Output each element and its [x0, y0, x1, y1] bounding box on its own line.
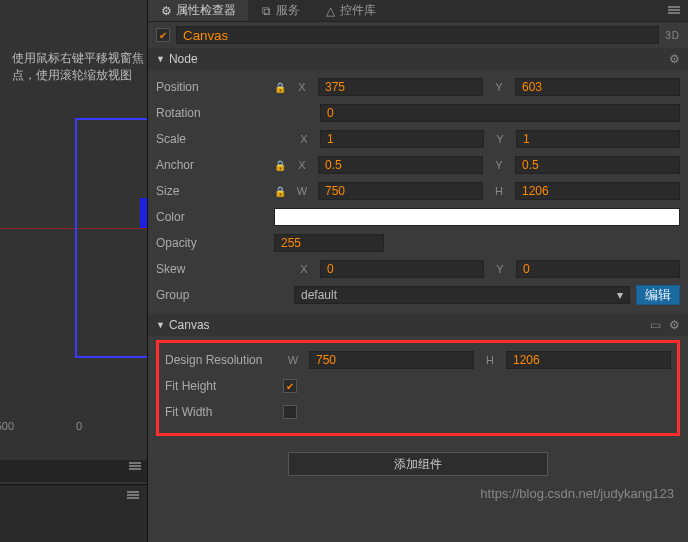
- row-anchor: Anchor 🔒 X Y: [156, 152, 680, 178]
- label-opacity: Opacity: [156, 236, 268, 250]
- row-fit-width: Fit Width: [165, 399, 671, 425]
- axis-label-x: X: [292, 159, 312, 171]
- node-section-body: Position 🔒 X Y Rotation Scale X Y: [148, 70, 688, 314]
- toggle-3d-button[interactable]: 3D: [665, 30, 680, 41]
- design-resolution-h-input[interactable]: [506, 351, 671, 369]
- size-w-input[interactable]: [318, 182, 483, 200]
- row-group: Group default ▾ 编辑: [156, 282, 680, 308]
- row-design-resolution: Design Resolution W H: [165, 347, 671, 373]
- lock-icon[interactable]: 🔒: [274, 82, 286, 93]
- skew-x-input[interactable]: [320, 260, 484, 278]
- gear-icon[interactable]: ⚙: [669, 318, 680, 332]
- label-color: Color: [156, 210, 268, 224]
- section-title: Node: [169, 52, 198, 66]
- group-edit-button[interactable]: 编辑: [636, 285, 680, 305]
- tab-label: 属性检查器: [176, 2, 236, 19]
- anchor-y-input[interactable]: [515, 156, 680, 174]
- label-skew: Skew: [156, 262, 268, 276]
- fit-width-checkbox[interactable]: [283, 405, 297, 419]
- lock-icon[interactable]: 🔒: [274, 160, 286, 171]
- inspector-panel: ⚙ 属性检查器 ⧉ 服务 △ 控件库 3D ▼ Node ⚙: [148, 0, 688, 542]
- tab-label: 服务: [276, 2, 300, 19]
- tab-library[interactable]: △ 控件库: [312, 0, 388, 21]
- axis-label-x: X: [292, 81, 312, 93]
- gear-icon: ⚙: [160, 5, 172, 17]
- gear-icon[interactable]: ⚙: [669, 52, 680, 66]
- viewport-footer: [0, 460, 147, 482]
- anchor-x-input[interactable]: [318, 156, 483, 174]
- label-design-resolution: Design Resolution: [165, 353, 277, 367]
- color-swatch[interactable]: [274, 208, 680, 226]
- section-header-node[interactable]: ▼ Node ⚙: [148, 48, 688, 70]
- tab-label: 控件库: [340, 2, 376, 19]
- tab-services[interactable]: ⧉ 服务: [248, 0, 312, 21]
- watermark-text: https://blog.csdn.net/judykang123: [148, 478, 688, 501]
- highlight-box: Design Resolution W H Fit Height Fit Wid…: [156, 340, 680, 436]
- add-component-button[interactable]: 添加组件: [288, 452, 548, 476]
- axis-label-w: W: [292, 185, 312, 197]
- node-header: 3D: [148, 22, 688, 48]
- inspector-tabs: ⚙ 属性检查器 ⧉ 服务 △ 控件库: [148, 0, 688, 22]
- section-title: Canvas: [169, 318, 210, 332]
- row-fit-height: Fit Height: [165, 373, 671, 399]
- axis-label-y: Y: [489, 159, 509, 171]
- section-header-canvas[interactable]: ▼ Canvas ▭ ⚙: [148, 314, 688, 336]
- group-select-value: default: [301, 288, 337, 302]
- bottom-panel: [0, 484, 147, 542]
- triangle-icon: △: [324, 5, 336, 17]
- axis-label-y: Y: [489, 81, 509, 93]
- label-group: Group: [156, 288, 268, 302]
- axis-label-h: H: [480, 354, 500, 366]
- skew-y-input[interactable]: [516, 260, 680, 278]
- row-position: Position 🔒 X Y: [156, 74, 680, 100]
- lock-icon[interactable]: 🔒: [274, 186, 286, 197]
- row-rotation: Rotation: [156, 100, 680, 126]
- node-name-input[interactable]: [176, 26, 659, 44]
- ruler-tick: -500: [0, 420, 14, 432]
- axis-label-w: W: [283, 354, 303, 366]
- row-size: Size 🔒 W H: [156, 178, 680, 204]
- row-skew: Skew X Y: [156, 256, 680, 282]
- tab-inspector[interactable]: ⚙ 属性检查器: [148, 0, 248, 21]
- gizmo-origin-handle[interactable]: [140, 198, 148, 228]
- scene-viewport[interactable]: 使用鼠标右键平移视窗焦点，使用滚轮缩放视图 -500 0 500 1,00: [0, 0, 148, 542]
- row-scale: Scale X Y: [156, 126, 680, 152]
- canvas-section-body: Design Resolution W H Fit Height Fit Wid…: [148, 336, 688, 442]
- panel-menu-icon[interactable]: [127, 490, 139, 500]
- axis-label-y: Y: [490, 133, 510, 145]
- fit-height-checkbox[interactable]: [283, 379, 297, 393]
- caret-down-icon: ▼: [156, 54, 165, 64]
- axis-label-h: H: [489, 185, 509, 197]
- label-size: Size: [156, 184, 268, 198]
- viewport-hint: 使用鼠标右键平移视窗焦点，使用滚轮缩放视图: [12, 50, 147, 84]
- row-opacity: Opacity: [156, 230, 680, 256]
- canvas-bounds-rect[interactable]: [75, 118, 148, 358]
- scale-y-input[interactable]: [516, 130, 680, 148]
- rotation-input[interactable]: [320, 104, 680, 122]
- row-color: Color: [156, 204, 680, 230]
- group-select[interactable]: default ▾: [294, 286, 630, 304]
- position-x-input[interactable]: [318, 78, 483, 96]
- label-scale: Scale: [156, 132, 268, 146]
- scale-x-input[interactable]: [320, 130, 484, 148]
- axis-label-x: X: [294, 133, 314, 145]
- axis-label-x: X: [294, 263, 314, 275]
- axis-label-y: Y: [490, 263, 510, 275]
- panel-menu-icon[interactable]: [668, 4, 688, 18]
- help-icon[interactable]: ▭: [650, 318, 661, 332]
- size-h-input[interactable]: [515, 182, 680, 200]
- add-component-label: 添加组件: [394, 456, 442, 473]
- caret-down-icon: ▼: [156, 320, 165, 330]
- opacity-input[interactable]: [274, 234, 384, 252]
- label-anchor: Anchor: [156, 158, 268, 172]
- label-rotation: Rotation: [156, 106, 268, 120]
- label-fit-height: Fit Height: [165, 379, 277, 393]
- panel-menu-icon[interactable]: [129, 461, 141, 471]
- label-fit-width: Fit Width: [165, 405, 277, 419]
- design-resolution-w-input[interactable]: [309, 351, 474, 369]
- ruler-tick: 0: [76, 420, 82, 432]
- chevron-down-icon: ▾: [617, 288, 623, 302]
- position-y-input[interactable]: [515, 78, 680, 96]
- link-icon: ⧉: [260, 5, 272, 17]
- node-active-checkbox[interactable]: [156, 28, 170, 42]
